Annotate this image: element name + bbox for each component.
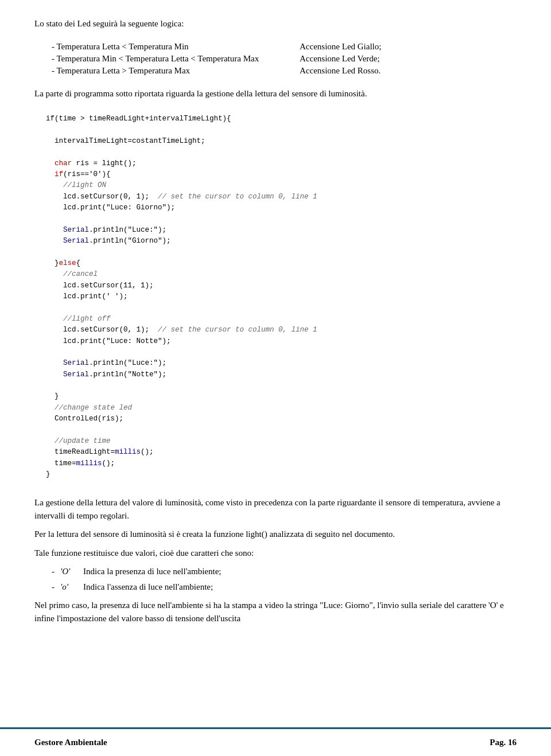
bullet-dash-1: - bbox=[34, 565, 55, 578]
list-item: - 'O' Indica la presenza di luce nell'am… bbox=[34, 565, 517, 578]
table-row: - Temperatura Min < Temperatura Letta < … bbox=[34, 53, 517, 65]
table-row: - Temperatura Letta < Temperatura Min Ac… bbox=[34, 41, 517, 53]
bullet-dash-2: - bbox=[34, 580, 55, 594]
condition-3: - Temperatura Letta > Temperatura Max bbox=[34, 65, 300, 77]
table-row: - Temperatura Letta > Temperatura Max Ac… bbox=[34, 65, 517, 77]
intro-heading-text: Lo stato dei Led seguirà la seguente log… bbox=[34, 17, 517, 30]
bullet-letter-1: 'O' bbox=[55, 565, 83, 578]
bullet-letter-2: 'o' bbox=[55, 580, 83, 594]
result-1: Accensione Led Giallo; bbox=[300, 41, 517, 53]
led-logic-table: - Temperatura Letta < Temperatura Min Ac… bbox=[34, 41, 517, 77]
bullet-text-2: Indica l'assenza di luce nell'ambiente; bbox=[83, 580, 517, 594]
description-1: La parte di programma sotto riportata ri… bbox=[34, 87, 517, 100]
footer-title: Gestore Ambientale bbox=[34, 738, 107, 747]
condition-2: - Temperatura Min < Temperatura Letta < … bbox=[34, 53, 300, 65]
code-line: if(time > timeReadLight+intervalTimeLigh… bbox=[46, 115, 231, 123]
code-block: if(time > timeReadLight+intervalTimeLigh… bbox=[34, 109, 517, 485]
bullet-list: - 'O' Indica la presenza di luce nell'am… bbox=[34, 565, 517, 593]
description-3: Per la lettura del sensore di luminosità… bbox=[34, 528, 517, 541]
list-item: - 'o' Indica l'assenza di luce nell'ambi… bbox=[34, 580, 517, 594]
description-5: Nel primo caso, la presenza di luce nell… bbox=[34, 599, 517, 625]
result-3: Accensione Led Rosso. bbox=[300, 65, 517, 77]
intro-heading: Lo stato dei Led seguirà la seguente log… bbox=[34, 17, 517, 30]
page-number: Pag. 16 bbox=[490, 738, 517, 747]
condition-1: - Temperatura Letta < Temperatura Min bbox=[34, 41, 300, 53]
result-2: Accensione Led Verde; bbox=[300, 53, 517, 65]
description-2: La gestione della lettura del valore di … bbox=[34, 496, 517, 522]
bullet-text-1: Indica la presenza di luce nell'ambiente… bbox=[83, 565, 517, 578]
page-footer: Gestore Ambientale Pag. 16 bbox=[0, 727, 551, 756]
description-4: Tale funzione restituisce due valori, ci… bbox=[34, 547, 517, 560]
